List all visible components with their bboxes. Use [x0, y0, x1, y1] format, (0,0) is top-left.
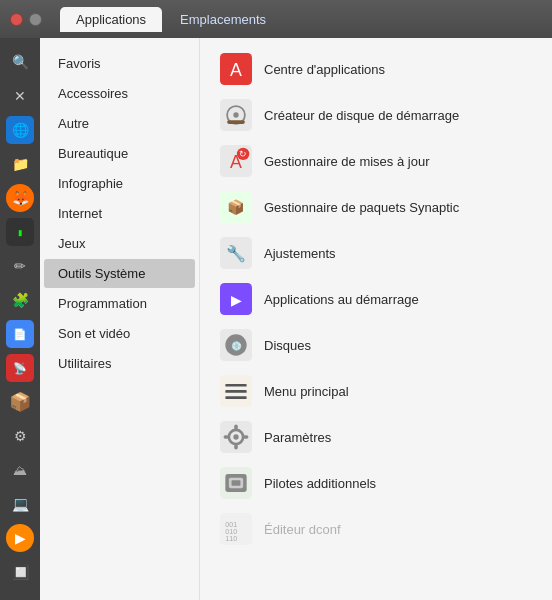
category-outils-systeme[interactable]: Outils Système — [44, 259, 195, 288]
app-sidebar: 🔍 ✕ 🌐 📁 🦊 ▮ ✏ 🧩 📄 📡 📦 ⚙ ⛰ 💻 ▶ 🔲 — [0, 38, 40, 600]
svg-rect-29 — [224, 435, 229, 439]
close-icon[interactable]: ✕ — [6, 82, 34, 110]
category-son-video[interactable]: Son et vidéo — [44, 319, 195, 348]
list-item[interactable]: A↻ Gestionnaire de mises à jour — [210, 138, 542, 184]
code-icon[interactable]: 💻 — [6, 490, 34, 518]
app-icon-synaptic: 📦 — [218, 189, 254, 225]
minimize-button[interactable] — [29, 13, 42, 26]
top-bar: Applications Emplacements — [0, 0, 552, 38]
svg-text:↻: ↻ — [239, 149, 247, 159]
category-infographie[interactable]: Infographie — [44, 169, 195, 198]
svg-text:💿: 💿 — [231, 340, 243, 352]
mountain-icon[interactable]: ⛰ — [6, 456, 34, 484]
category-programmation[interactable]: Programmation — [44, 289, 195, 318]
app-name: Paramètres — [264, 430, 331, 445]
app-icon-adjust: 🔧 — [218, 235, 254, 271]
category-autre[interactable]: Autre — [44, 109, 195, 138]
category-utilitaires[interactable]: Utilitaires — [44, 349, 195, 378]
settings-icon[interactable]: ⚙ — [6, 422, 34, 450]
search-icon[interactable]: 🔍 — [6, 48, 34, 76]
list-item[interactable]: ▶ Applications au démarrage — [210, 276, 542, 322]
svg-rect-27 — [234, 425, 238, 430]
svg-rect-21 — [225, 384, 246, 387]
svg-rect-5 — [227, 120, 245, 124]
app-icon-drivers — [218, 465, 254, 501]
app-name: Éditeur dconf — [264, 522, 341, 537]
app-name: Pilotes additionnels — [264, 476, 376, 491]
svg-text:A: A — [230, 60, 242, 80]
app-icon-disques: 💿 — [218, 327, 254, 363]
svg-text:▶: ▶ — [231, 292, 242, 308]
firefox-icon[interactable]: 🦊 — [6, 184, 34, 212]
app-name: Ajustements — [264, 246, 336, 261]
category-jeux[interactable]: Jeux — [44, 229, 195, 258]
list-item[interactable]: A Centre d'applications — [210, 46, 542, 92]
category-accessoires[interactable]: Accessoires — [44, 79, 195, 108]
app-name: Créateur de disque de démarrage — [264, 108, 459, 123]
svg-point-4 — [233, 112, 238, 117]
category-list: Favoris Accessoires Autre Bureautique In… — [40, 38, 200, 600]
app-icon-startup: ▶ — [218, 281, 254, 317]
svg-rect-22 — [225, 390, 246, 393]
app-list: A Centre d'applications Créateur de disq… — [200, 38, 552, 600]
tab-emplacements[interactable]: Emplacements — [164, 7, 282, 32]
category-bureautique[interactable]: Bureautique — [44, 139, 195, 168]
docs-icon[interactable]: 📄 — [6, 320, 34, 348]
app-name: Disques — [264, 338, 311, 353]
list-item[interactable]: 📦 Gestionnaire de paquets Synaptic — [210, 184, 542, 230]
list-item[interactable]: Menu principal — [210, 368, 542, 414]
svg-rect-23 — [225, 396, 246, 399]
vlc-icon[interactable]: ▶ — [6, 524, 34, 552]
app-name: Gestionnaire de paquets Synaptic — [264, 200, 459, 215]
list-item[interactable]: 001010110 Éditeur dconf — [210, 506, 542, 552]
pencil-icon[interactable]: ✏ — [6, 252, 34, 280]
svg-text:📦: 📦 — [227, 198, 245, 216]
main-content: 🔍 ✕ 🌐 📁 🦊 ▮ ✏ 🧩 📄 📡 📦 ⚙ ⛰ 💻 ▶ 🔲 Favoris … — [0, 38, 552, 600]
terminal-icon[interactable]: ▮ — [6, 218, 34, 246]
window-controls — [10, 13, 42, 26]
globe-icon[interactable]: 🌐 — [6, 116, 34, 144]
app-icon-params — [218, 419, 254, 455]
tab-bar: Applications Emplacements — [60, 7, 282, 32]
svg-text:110: 110 — [225, 535, 237, 543]
folder-icon[interactable]: 📁 — [6, 150, 34, 178]
app-icon-apps: A — [218, 51, 254, 87]
app-name: Gestionnaire de mises à jour — [264, 154, 429, 169]
list-item[interactable]: Pilotes additionnels — [210, 460, 542, 506]
app-icon-dconf: 001010110 — [218, 511, 254, 547]
svg-rect-34 — [232, 480, 241, 485]
close-button[interactable] — [10, 13, 23, 26]
app-name: Centre d'applications — [264, 62, 385, 77]
app-icon-update: A↻ — [218, 143, 254, 179]
list-item[interactable]: Créateur de disque de démarrage — [210, 92, 542, 138]
svg-text:🔧: 🔧 — [226, 244, 246, 263]
puzzle-icon[interactable]: 🧩 — [6, 286, 34, 314]
app-icon-menu — [218, 373, 254, 409]
category-favoris[interactable]: Favoris — [44, 49, 195, 78]
box-icon[interactable]: 📦 — [6, 388, 34, 416]
app-name: Menu principal — [264, 384, 349, 399]
svg-rect-28 — [234, 444, 238, 449]
app-name: Applications au démarrage — [264, 292, 419, 307]
list-item[interactable]: Paramètres — [210, 414, 542, 460]
app-extra-icon[interactable]: 🔲 — [6, 558, 34, 586]
svg-point-26 — [233, 434, 238, 439]
filezilla-icon[interactable]: 📡 — [6, 354, 34, 382]
list-item[interactable]: 🔧 Ajustements — [210, 230, 542, 276]
svg-rect-30 — [243, 435, 248, 439]
list-item[interactable]: 💿 Disques — [210, 322, 542, 368]
tab-applications[interactable]: Applications — [60, 7, 162, 32]
category-internet[interactable]: Internet — [44, 199, 195, 228]
app-icon-creator — [218, 97, 254, 133]
